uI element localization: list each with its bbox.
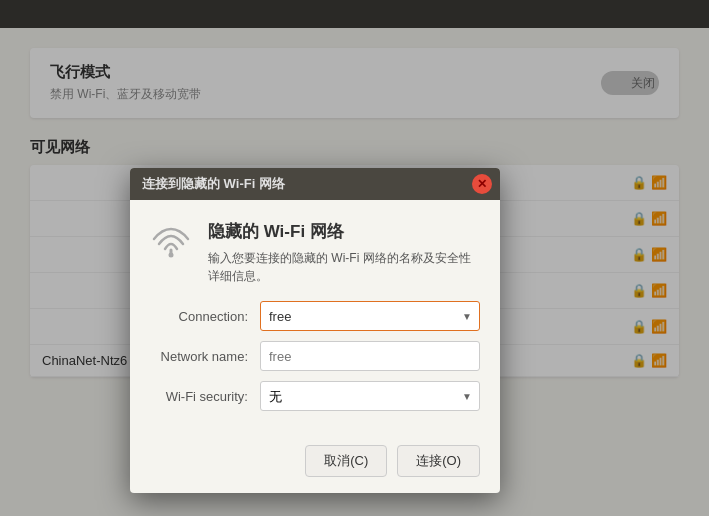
dialog-footer: 取消(C) 连接(O) <box>130 437 500 493</box>
hidden-wifi-dialog: 连接到隐藏的 Wi-Fi 网络 ✕ 隐藏的 Wi-Fi 网络 输入您要连接的隐藏… <box>130 168 500 493</box>
dialog-titlebar: 连接到隐藏的 Wi-Fi 网络 ✕ <box>130 168 500 200</box>
connect-button[interactable]: 连接(O) <box>397 445 480 477</box>
network-name-label: Network name: <box>150 349 260 364</box>
network-name-row: Network name: <box>150 341 480 371</box>
cancel-button[interactable]: 取消(C) <box>305 445 387 477</box>
wifi-security-label: Wi-Fi security: <box>150 389 260 404</box>
connection-row: Connection: free <box>150 301 480 331</box>
wifi-security-select-wrapper: 无 <box>260 381 480 411</box>
dialog-heading-area: 隐藏的 Wi-Fi 网络 输入您要连接的隐藏的 Wi-Fi 网络的名称及安全性详… <box>208 220 480 285</box>
dialog-header-row: 隐藏的 Wi-Fi 网络 输入您要连接的隐藏的 Wi-Fi 网络的名称及安全性详… <box>150 220 480 285</box>
connection-label: Connection: <box>150 309 260 324</box>
wifi-security-row: Wi-Fi security: 无 <box>150 381 480 411</box>
dialog-close-button[interactable]: ✕ <box>472 174 492 194</box>
connection-select[interactable]: free <box>260 301 480 331</box>
dialog-body: 隐藏的 Wi-Fi 网络 输入您要连接的隐藏的 Wi-Fi 网络的名称及安全性详… <box>130 200 500 437</box>
wifi-big-icon <box>150 222 192 273</box>
wifi-security-select[interactable]: 无 <box>260 381 480 411</box>
dialog-title: 连接到隐藏的 Wi-Fi 网络 <box>142 175 285 193</box>
svg-point-0 <box>169 253 174 258</box>
network-name-input[interactable] <box>260 341 480 371</box>
connection-select-wrapper: free <box>260 301 480 331</box>
dialog-heading: 隐藏的 Wi-Fi 网络 <box>208 220 480 243</box>
dialog-description: 输入您要连接的隐藏的 Wi-Fi 网络的名称及安全性详细信息。 <box>208 249 480 285</box>
